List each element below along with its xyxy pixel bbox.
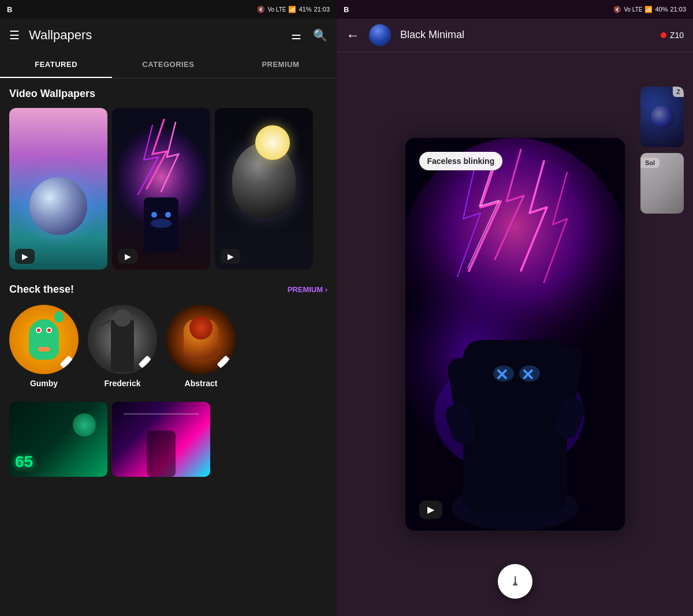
tab-featured[interactable]: FEATURED bbox=[0, 52, 112, 78]
right-battery: 40% bbox=[655, 6, 668, 13]
lightning-svg bbox=[112, 108, 210, 270]
circles-row: Gumby Frederick bbox=[9, 305, 327, 388]
status-right: 🔇 Vo LTE 📶 41% 21:03 bbox=[257, 6, 330, 13]
right-clock: 21:03 bbox=[670, 6, 686, 13]
premium-link[interactable]: PREMIUM › bbox=[288, 285, 327, 294]
left-panel: B 🔇 Vo LTE 📶 41% 21:03 ☰ Wallpapers ⚌ 🔍 … bbox=[0, 0, 337, 616]
tab-premium[interactable]: PREMIUM bbox=[225, 52, 337, 78]
check-these-header: Check these! PREMIUM › bbox=[9, 283, 327, 296]
sphere-image bbox=[29, 177, 87, 235]
bottom-card-1[interactable]: 65 bbox=[9, 402, 107, 477]
youtube-badge-1: ▶ bbox=[15, 249, 35, 264]
svg-point-3 bbox=[165, 212, 171, 218]
back-button[interactable]: ← bbox=[346, 27, 360, 43]
z-label: Z bbox=[673, 87, 684, 97]
z10-label: Z10 bbox=[670, 31, 684, 40]
youtube-icon-2: ▶ bbox=[125, 252, 131, 261]
b-icon: B bbox=[7, 5, 12, 14]
left-status-bar: B 🔇 Vo LTE 📶 41% 21:03 bbox=[0, 0, 337, 18]
app-header: ☰ Wallpapers ⚌ 🔍 bbox=[0, 18, 337, 52]
right-signal-icon: Vo LTE bbox=[624, 6, 642, 13]
download-button[interactable]: ⤓ bbox=[498, 564, 532, 599]
main-wallpaper[interactable]: ✕ ✕ Faceless blinking ▶ bbox=[405, 138, 625, 531]
youtube-icon-3: ▶ bbox=[228, 252, 234, 261]
wifi-icon: 📶 bbox=[288, 6, 296, 13]
mute-icon: 🔇 bbox=[257, 6, 265, 13]
gumby-avatar bbox=[9, 305, 79, 374]
youtube-badge-3: ▶ bbox=[221, 249, 240, 264]
right-wifi-icon: 📶 bbox=[644, 6, 653, 13]
collection-avatar bbox=[369, 24, 391, 46]
search-icon[interactable]: 🔍 bbox=[313, 28, 327, 42]
svg-point-18 bbox=[493, 365, 514, 382]
circle-item-frederick[interactable]: Frederick bbox=[88, 305, 157, 388]
right-status-right: 🔇 Vo LTE 📶 40% 21:03 bbox=[613, 6, 686, 13]
video-card-lightning[interactable]: ▶ bbox=[112, 108, 210, 270]
wallpaper-youtube-icon: ▶ bbox=[427, 504, 434, 515]
faceless-label: Faceless blinking bbox=[419, 152, 503, 170]
side-thumb-1[interactable]: Z bbox=[640, 87, 684, 147]
right-mute-icon: 🔇 bbox=[613, 6, 621, 13]
frederick-label: Frederick bbox=[104, 379, 140, 388]
battery-percent: 41% bbox=[299, 6, 311, 13]
clock: 21:03 bbox=[314, 6, 330, 13]
recording-dot bbox=[661, 32, 666, 38]
side-thumb-2[interactable]: Sol bbox=[640, 153, 684, 214]
video-card-planet[interactable]: ▶ bbox=[215, 108, 313, 270]
video-card-sphere[interactable]: ▶ bbox=[9, 108, 107, 270]
tab-categories[interactable]: CATEGORIES bbox=[112, 52, 224, 78]
bottom-card-2[interactable] bbox=[112, 402, 210, 477]
gumby-label: Gumby bbox=[30, 379, 58, 388]
svg-rect-11 bbox=[463, 340, 567, 513]
abstract-label: Abstract bbox=[185, 379, 218, 388]
right-panel: B 🔇 Vo LTE 📶 40% 21:03 ← Black Minimal Z… bbox=[337, 0, 693, 616]
app-title: Wallpapers bbox=[29, 28, 282, 43]
svg-point-2 bbox=[151, 212, 157, 218]
hamburger-icon[interactable]: ☰ bbox=[9, 28, 20, 42]
wallpaper-youtube-badge: ▶ bbox=[419, 501, 442, 519]
svg-point-19 bbox=[519, 365, 540, 382]
right-status-bar: B 🔇 Vo LTE 📶 40% 21:03 bbox=[337, 0, 693, 18]
right-title: Black Minimal bbox=[400, 29, 651, 41]
right-b-icon: B bbox=[344, 5, 349, 14]
bottom-wallpapers: 65 bbox=[9, 402, 327, 477]
status-left: B bbox=[7, 5, 12, 14]
youtube-icon-1: ▶ bbox=[22, 252, 28, 261]
right-status-left: B bbox=[344, 5, 349, 14]
check-these-title: Check these! bbox=[9, 283, 74, 296]
abstract-avatar bbox=[166, 305, 236, 374]
circle-item-abstract[interactable]: Abstract bbox=[166, 305, 236, 388]
youtube-badge-2: ▶ bbox=[118, 249, 137, 264]
z10-badge: Z10 bbox=[661, 31, 684, 40]
video-wallpapers-title: Video Wallpapers bbox=[9, 88, 327, 100]
wallpaper-viewer: Z Sol bbox=[337, 52, 693, 616]
circle-item-gumby[interactable]: Gumby bbox=[9, 305, 79, 388]
download-icon: ⤓ bbox=[510, 574, 520, 589]
wallpaper-lightning-svg: ✕ ✕ bbox=[405, 138, 625, 531]
svg-point-4 bbox=[151, 219, 172, 228]
header-icons: ⚌ 🔍 bbox=[291, 28, 327, 42]
frederick-avatar bbox=[88, 305, 157, 374]
signal-icon: Vo LTE bbox=[267, 6, 286, 13]
sol-label: Sol bbox=[640, 158, 660, 168]
right-header: ← Black Minimal Z10 bbox=[337, 18, 693, 52]
filter-icon[interactable]: ⚌ bbox=[291, 28, 301, 42]
content-scroll[interactable]: Video Wallpapers ▶ bbox=[0, 79, 337, 616]
tabs: FEATURED CATEGORIES PREMIUM bbox=[0, 52, 337, 79]
side-previews: Z Sol bbox=[640, 87, 684, 214]
video-wallpapers-row: ▶ bbox=[9, 108, 327, 270]
